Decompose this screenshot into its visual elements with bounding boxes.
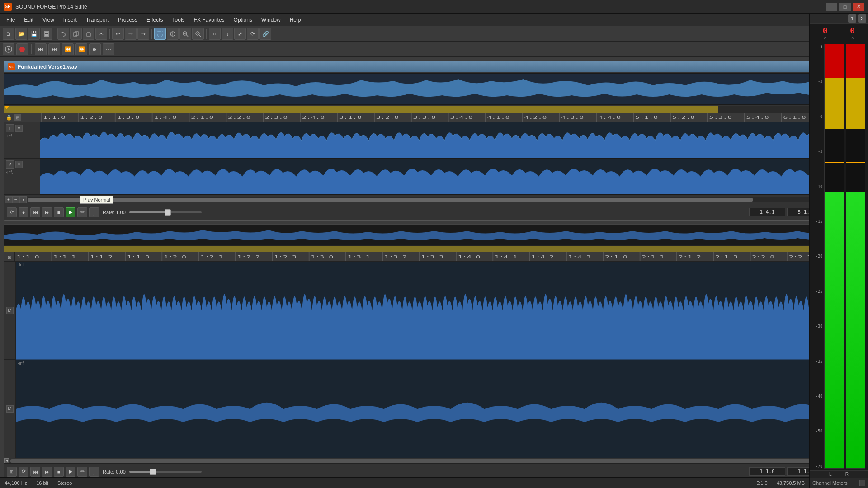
track-1-mute[interactable]: M <box>15 125 23 132</box>
undo-history-button[interactable] <box>57 28 69 40</box>
menu-options[interactable]: Options <box>229 15 257 25</box>
menu-transport[interactable]: Transport <box>81 15 113 25</box>
record-button[interactable] <box>16 43 28 55</box>
top-transport-bar: ⟳ ● ⏮ ⏭ ■ ▶ ✏ ∫ Rate: 1.00 1:4.1 5:1.0 1… <box>4 204 864 220</box>
redo-button[interactable]: ↪ <box>125 28 137 40</box>
redo2-button[interactable]: ↪ <box>137 28 149 40</box>
track-1-wave[interactable] <box>40 122 864 159</box>
fast-fwd-button[interactable]: ⏩ <box>75 43 87 55</box>
track-2-wave[interactable] <box>40 159 864 195</box>
bottom-play-btn[interactable]: ▶ <box>66 467 75 477</box>
svg-line-11 <box>186 35 188 37</box>
minimize-button[interactable]: ─ <box>826 3 837 11</box>
top-curve-btn[interactable]: ∫ <box>89 207 99 217</box>
bottom-scrollbar[interactable]: ◂ ▸ + − ↔ <box>4 458 864 463</box>
top-go-start-btn[interactable]: ⏮ <box>30 207 40 217</box>
bottom-loop-btn[interactable]: ⟳ <box>19 467 28 477</box>
bottom-tab-btn[interactable]: ⊞ <box>7 467 17 477</box>
prev-button[interactable]: ⏭ <box>48 43 60 55</box>
wave-remove-track[interactable]: − <box>12 196 19 203</box>
top-rate-slider[interactable] <box>129 211 747 213</box>
bottom-prev-btn[interactable]: ⏭ <box>42 467 52 477</box>
bottom-pos-display: 1:1.0 <box>749 467 785 476</box>
zoom-out-button[interactable] <box>192 28 204 40</box>
top-prev-btn[interactable]: ⏭ <box>42 207 52 217</box>
bottom-scroll-left[interactable]: ◂ <box>4 458 9 464</box>
top-play-btn[interactable]: ▶ <box>66 207 75 217</box>
track-2-number[interactable]: 2 <box>6 160 14 169</box>
bottom-pencil-btn[interactable]: ✏ <box>77 467 87 477</box>
track-1-number[interactable]: 1 <box>6 124 14 132</box>
window-controls: ─ □ ✕ <box>826 3 864 11</box>
menu-fx-favorites[interactable]: FX Favorites <box>189 15 229 25</box>
svg-text:2:1.0: 2:1.0 <box>605 255 627 259</box>
top-loop-btn[interactable]: ⟳ <box>7 207 17 217</box>
wave-overview[interactable]: // Generate pseudo-random waveform bars <box>4 73 864 105</box>
menu-process[interactable]: Process <box>113 15 142 25</box>
more-button[interactable]: ⋯ <box>103 43 114 55</box>
bottom-track-1-btn[interactable]: M <box>6 307 14 314</box>
menu-edit[interactable]: Edit <box>19 15 38 25</box>
vu-peak-R-sub: 0 <box>852 36 854 40</box>
track-1-db: -Inf. <box>6 134 38 138</box>
time-sel-button[interactable] <box>167 28 179 40</box>
drag-button[interactable]: ↔ <box>209 28 221 40</box>
wave-scroll-left[interactable]: ◂ <box>19 196 27 203</box>
selection-bar[interactable] <box>4 105 864 113</box>
bottom-go-start-btn[interactable]: ⏮ <box>30 467 40 477</box>
bottom-stop-btn[interactable]: ■ <box>54 467 64 477</box>
svg-marker-18 <box>8 48 10 51</box>
svg-text:1:1.3: 1:1.3 <box>127 255 150 259</box>
magnet-button[interactable]: 🔗 <box>259 28 271 40</box>
menu-view[interactable]: View <box>38 15 59 25</box>
save-as-button[interactable] <box>41 28 52 40</box>
bottom-track-2-wave[interactable]: -Inf. <box>16 360 864 458</box>
bottom-track-1-wave[interactable]: -Inf. <box>16 262 864 360</box>
toolbar-2: ⏮ ⏭ ⏪ ⏩ ⏭ ⋯ <box>0 42 868 57</box>
vu-expand-btn[interactable]: □ <box>859 480 865 486</box>
loop-button[interactable] <box>3 43 14 55</box>
new-button[interactable]: 🗋 <box>3 28 14 40</box>
top-stop-btn[interactable]: ■ <box>54 207 64 217</box>
select-all-button[interactable] <box>154 28 166 40</box>
bottom-ruler: ⊞ 1:1.0 1:1.1 1:1.2 1:1.3 1:2.0 1:2.1 1:… <box>4 252 864 262</box>
vu-channel-2-tab[interactable]: 2 <box>858 14 866 23</box>
track-2-mute[interactable]: M <box>15 161 23 168</box>
menu-file[interactable]: File <box>2 15 19 25</box>
bottom-scrollbar-thumb[interactable] <box>10 459 836 463</box>
wave-add-track[interactable]: + <box>5 196 12 203</box>
zoom-button[interactable] <box>179 28 191 40</box>
svg-text:5:4.0: 5:4.0 <box>746 115 769 119</box>
drag3-button[interactable]: ⤢ <box>234 28 246 40</box>
close-button[interactable]: ✕ <box>853 3 864 11</box>
track-2-label: 2 M <box>6 160 38 169</box>
bottom-curve-btn[interactable]: ∫ <box>89 467 99 477</box>
top-record-btn[interactable]: ● <box>19 207 28 217</box>
menu-effects[interactable]: Effects <box>142 15 167 25</box>
svg-point-19 <box>19 47 25 52</box>
open-button[interactable]: 📂 <box>15 28 27 40</box>
maximize-button[interactable]: □ <box>839 3 851 11</box>
bottom-track-2-btn[interactable]: M <box>6 405 14 413</box>
save-button[interactable]: 💾 <box>28 28 40 40</box>
go-start-button[interactable]: ⏮ <box>35 43 47 55</box>
vu-channel-1-tab[interactable]: 1 <box>848 14 856 23</box>
cut-button[interactable]: ✂ <box>95 28 107 40</box>
rewind-button[interactable]: ⏪ <box>62 43 74 55</box>
undo-button[interactable]: ↩ <box>112 28 124 40</box>
paste-button[interactable] <box>83 28 94 40</box>
bottom-selection-bar[interactable] <box>4 245 864 252</box>
top-pencil-btn[interactable]: ✏ <box>77 207 87 217</box>
menu-help[interactable]: Help <box>285 15 306 25</box>
vu-green-fill-L <box>825 192 844 468</box>
bottom-rate-slider[interactable] <box>129 471 747 473</box>
menu-tools[interactable]: Tools <box>168 15 189 25</box>
menu-insert[interactable]: Insert <box>59 15 81 25</box>
track-1-label: 1 M <box>6 124 38 132</box>
bottom-overview[interactable] <box>4 225 864 245</box>
scrub-button[interactable]: ⟳ <box>247 28 259 40</box>
go-end-button[interactable]: ⏭ <box>89 43 101 55</box>
menu-window[interactable]: Window <box>257 15 285 25</box>
drag2-button[interactable]: ↕ <box>222 28 233 40</box>
copy-button[interactable] <box>70 28 82 40</box>
